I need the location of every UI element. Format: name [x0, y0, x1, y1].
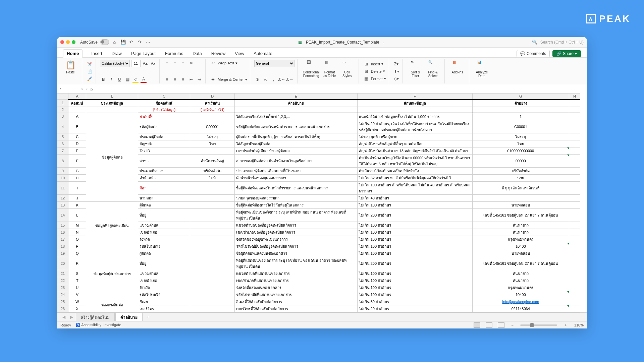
- tab-formulas[interactable]: Formulas: [164, 50, 184, 57]
- sheet-nav-prev-icon[interactable]: ◀: [60, 315, 67, 319]
- redo-icon[interactable]: ↷: [137, 39, 143, 45]
- fill-icon[interactable]: ⬇▾: [393, 68, 400, 75]
- zoom-slider[interactable]: [520, 324, 557, 326]
- tab-home[interactable]: Home: [63, 49, 83, 58]
- addins-button[interactable]: ▦Add-ins: [449, 60, 466, 83]
- decrease-font-icon[interactable]: A▾: [150, 60, 157, 67]
- currency-icon[interactable]: $: [254, 76, 261, 83]
- sheet-nav-next-icon[interactable]: ▶: [68, 315, 75, 319]
- clear-icon[interactable]: ◇▾: [393, 75, 400, 82]
- ribbon-tabs: Home Insert Draw Page Layout Formulas Da…: [57, 48, 587, 58]
- undo-icon[interactable]: ↶: [128, 39, 134, 45]
- align-center-icon[interactable]: ≡: [172, 76, 178, 83]
- align-bottom-icon[interactable]: ≡: [180, 60, 186, 66]
- formula-bar: 7 × ✓ fx: [57, 85, 587, 93]
- indent-dec-icon[interactable]: ⇤: [188, 76, 195, 83]
- tab-insert[interactable]: Insert: [91, 50, 103, 57]
- name-box[interactable]: 7: [59, 87, 79, 91]
- home-icon[interactable]: ⌂: [112, 39, 117, 45]
- tab-data[interactable]: Data: [192, 50, 202, 57]
- insert-cells-button[interactable]: ⊞Insert ▾: [363, 61, 386, 67]
- merge-center-button[interactable]: ⬌Merge & Center ▾: [210, 76, 247, 83]
- italic-icon[interactable]: I: [108, 76, 115, 83]
- close-icon[interactable]: [60, 40, 64, 44]
- save-icon[interactable]: 💾: [120, 39, 126, 45]
- percent-icon[interactable]: %: [262, 76, 269, 83]
- border-icon[interactable]: ▦: [124, 76, 131, 83]
- cell-styles-button[interactable]: ▭Cell Styles: [338, 60, 356, 83]
- accessibility-status[interactable]: ♿ Accessibility: Investigate: [76, 323, 121, 327]
- align-top-icon[interactable]: ≡: [164, 60, 170, 66]
- header-characteristics: ลักษณะข้อมูล: [357, 100, 472, 107]
- maximize-icon[interactable]: [72, 40, 75, 44]
- font-color-icon[interactable]: A: [140, 76, 147, 83]
- align-left-icon[interactable]: ≡: [164, 76, 170, 83]
- tab-page-layout[interactable]: Page Layout: [130, 50, 156, 57]
- align-middle-icon[interactable]: ≡: [172, 60, 178, 66]
- wrap-text-button[interactable]: ↩Wrap Text ▾: [210, 60, 247, 66]
- view-page-layout-icon[interactable]: [486, 322, 492, 328]
- paste-button[interactable]: 📋Paste: [62, 60, 79, 75]
- header-description: คำอธิบาย: [235, 100, 357, 107]
- comma-icon[interactable]: ,: [270, 76, 277, 83]
- font-name-select[interactable]: Calibri (Body): [100, 60, 130, 67]
- share-button[interactable]: 🔗 Share ▾: [552, 50, 581, 57]
- format-painter-icon[interactable]: 🖌️: [86, 75, 93, 82]
- bold-icon[interactable]: B: [100, 76, 107, 83]
- sort-filter-button[interactable]: ⇅Sort & Filter: [407, 60, 424, 83]
- tab-automate[interactable]: Automate: [253, 50, 273, 57]
- header-name: ชื่อคอลัมน์: [138, 100, 190, 107]
- dec-decimal-icon[interactable]: .0→: [286, 76, 293, 83]
- underline-icon[interactable]: U: [116, 76, 123, 83]
- copy-icon[interactable]: 📄: [86, 68, 93, 75]
- search-icon: 🔍: [532, 39, 538, 45]
- format-cells-button[interactable]: ▦Format ▾: [363, 75, 386, 82]
- column-headers[interactable]: ABCDEFGH: [57, 94, 580, 100]
- tab-view[interactable]: View: [234, 50, 245, 57]
- window-controls[interactable]: [60, 40, 75, 44]
- table-row: 19Qข้อมูลที่อยู่จัดส่งเอกสารผู้ติดต่อชื่…: [57, 250, 580, 257]
- zoom-in-icon[interactable]: ＋: [562, 322, 570, 327]
- autosum-icon[interactable]: Σ▾: [393, 61, 400, 67]
- tab-draw[interactable]: Draw: [111, 50, 122, 57]
- add-sheet-button[interactable]: ＋: [143, 313, 153, 321]
- autosave-toggle[interactable]: [100, 39, 109, 45]
- inc-decimal-icon[interactable]: .0←: [278, 76, 285, 83]
- enter-formula-icon[interactable]: ✓: [85, 87, 88, 91]
- search-input[interactable]: Search (Cmd + Ctrl + U): [540, 40, 584, 45]
- align-right-icon[interactable]: ≡: [180, 76, 186, 83]
- formula-input[interactable]: [95, 87, 585, 91]
- delete-cells-button[interactable]: ⊟Delete ▾: [363, 68, 386, 75]
- filename[interactable]: PEAK_Import_Create_Contact_Template: [306, 40, 379, 45]
- spreadsheet-grid[interactable]: ABCDEFGH 1 คอลัมน์ ประเภทข้อมูล ชื่อคอลั…: [57, 93, 587, 312]
- table-row: 3Aข้อมูลผู้ติดต่อลำดับที่*ใส่ตัวเลขเรียง…: [57, 113, 580, 120]
- status-ready: Ready: [60, 323, 71, 327]
- fill-color-icon[interactable]: ◇: [132, 76, 139, 83]
- indent-inc-icon[interactable]: ⇥: [196, 76, 203, 83]
- zoom-out-icon[interactable]: −: [509, 323, 515, 327]
- sheet-tab-1[interactable]: สร้างผู้ติดต่อใหม่: [76, 313, 115, 321]
- horizontal-scrollbar[interactable]: [57, 312, 587, 313]
- tab-review[interactable]: Review: [211, 50, 226, 57]
- format-as-table-button[interactable]: ▦Format as Table: [321, 60, 338, 83]
- analyze-data-button[interactable]: 📊Analyze Data: [473, 60, 491, 83]
- fx-icon[interactable]: fx: [90, 87, 93, 91]
- cut-icon[interactable]: ✂️: [86, 61, 93, 67]
- view-page-break-icon[interactable]: [498, 322, 504, 328]
- chevron-down-icon[interactable]: ⌄: [382, 40, 385, 44]
- increase-font-icon[interactable]: A▴: [142, 60, 149, 67]
- font-size-input[interactable]: [131, 60, 141, 67]
- conditional-formatting-button[interactable]: 🔲Conditional Formatting: [302, 60, 321, 83]
- find-select-button[interactable]: 🔍Find & Select: [424, 60, 442, 83]
- peak-logo: ∧PEAK: [586, 13, 631, 24]
- header-type: ประเภทข้อมูล: [86, 100, 138, 107]
- orientation-icon[interactable]: ⤭: [188, 60, 195, 66]
- minimize-icon[interactable]: [66, 40, 70, 44]
- comments-button[interactable]: 💬 Comments: [517, 50, 550, 57]
- cancel-formula-icon[interactable]: ×: [81, 87, 83, 91]
- zoom-level[interactable]: 110%: [574, 323, 584, 327]
- view-normal-icon[interactable]: [474, 322, 480, 328]
- sheet-tab-2[interactable]: คำอธิบาย: [115, 313, 143, 321]
- more-icon[interactable]: ⋯: [145, 39, 151, 45]
- number-format-select[interactable]: General: [254, 60, 294, 67]
